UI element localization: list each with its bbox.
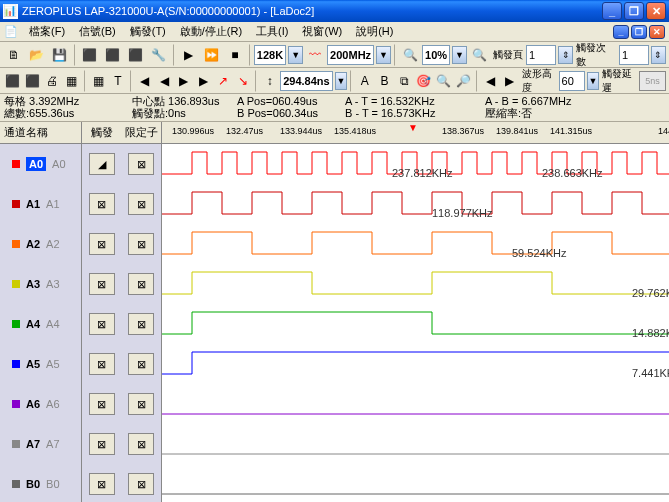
nav3-icon[interactable]: ▶ xyxy=(175,70,194,92)
chevron-down-icon[interactable]: ▼ xyxy=(452,46,467,64)
channel-row[interactable]: A7A7 xyxy=(0,424,81,464)
find2-icon[interactable]: 🔎 xyxy=(454,70,473,92)
edge2-icon[interactable]: ↘ xyxy=(234,70,253,92)
goto-icon[interactable]: 🎯 xyxy=(415,70,434,92)
channel-name: A1 xyxy=(26,198,40,210)
height-input[interactable]: 60 xyxy=(559,71,585,91)
zoom-icon[interactable]: 🔍 xyxy=(399,44,421,66)
chevron-down-icon[interactable]: ▼ xyxy=(288,46,303,64)
filter-button[interactable]: ⊠ xyxy=(128,193,154,215)
filter-button[interactable]: ⊠ xyxy=(128,433,154,455)
chevron-down-icon[interactable]: ▼ xyxy=(587,72,600,90)
spinner-icon[interactable]: ⇕ xyxy=(651,46,666,64)
doc-close-button[interactable]: ✕ xyxy=(649,25,665,39)
stop-icon[interactable]: ■ xyxy=(224,44,246,66)
menu-window[interactable]: 視窗(W) xyxy=(295,22,349,41)
channel-row[interactable]: B0B0 xyxy=(0,464,81,502)
channel-sub: A1 xyxy=(46,198,59,210)
channel-row[interactable]: A3A3 xyxy=(0,264,81,304)
trigger-button[interactable]: ⊠ xyxy=(89,233,115,255)
trig-count-label: 觸發次數 xyxy=(576,41,616,69)
depth-combo[interactable]: 128K xyxy=(254,45,286,65)
grid-icon[interactable]: ▦ xyxy=(89,70,108,92)
zoom-combo[interactable]: 10% xyxy=(422,45,450,65)
filter-button[interactable]: ⊠ xyxy=(128,273,154,295)
open-icon[interactable]: 📂 xyxy=(26,44,48,66)
channel-color-icon xyxy=(12,240,20,248)
marker-a-icon[interactable]: A xyxy=(355,70,374,92)
group-icon[interactable]: ⬛ xyxy=(125,44,147,66)
trigger-button[interactable]: ⊠ xyxy=(89,353,115,375)
trig-page-input[interactable]: 1 xyxy=(526,45,556,65)
zoom-in-icon[interactable]: 🔍 xyxy=(468,44,490,66)
ruler-tick: 144.2 xyxy=(658,126,669,136)
freq-combo[interactable]: 200MHz xyxy=(327,45,374,65)
nav2-icon[interactable]: ◀ xyxy=(155,70,174,92)
edge1-icon[interactable]: ↗ xyxy=(214,70,233,92)
rate-display[interactable]: 294.84ns xyxy=(280,71,332,91)
menu-file[interactable]: 檔案(F) xyxy=(22,22,72,41)
bpos-info: B Pos=060.34us xyxy=(237,107,337,119)
maximize-button[interactable]: ❐ xyxy=(624,2,644,20)
prop-icon[interactable]: 🔧 xyxy=(148,44,170,66)
filter-button[interactable]: ⊠ xyxy=(128,353,154,375)
menu-help[interactable]: 說明(H) xyxy=(349,22,400,41)
channel-icon[interactable]: ⬛ xyxy=(79,44,101,66)
filter-button[interactable]: ⊠ xyxy=(128,393,154,415)
channel-row[interactable]: A6A6 xyxy=(0,384,81,424)
trigger-button[interactable]: ◢ xyxy=(89,153,115,175)
trigger-button[interactable]: ⊠ xyxy=(89,313,115,335)
color2-icon[interactable]: ⬛ xyxy=(23,70,42,92)
menu-signal[interactable]: 信號(B) xyxy=(72,22,123,41)
channel-row[interactable]: A4A4 xyxy=(0,304,81,344)
view1-icon[interactable]: ▦ xyxy=(62,70,81,92)
marker-b-icon[interactable]: B xyxy=(375,70,394,92)
nav1-icon[interactable]: ◀ xyxy=(135,70,154,92)
delay-5ns-button[interactable]: 5ns xyxy=(639,71,666,91)
marker-ab-icon[interactable]: ⧉ xyxy=(395,70,414,92)
trigger-button[interactable]: ⊠ xyxy=(89,193,115,215)
trig-page-label: 觸發頁 xyxy=(493,48,523,62)
fwd-icon[interactable]: ⏩ xyxy=(201,44,223,66)
print-icon[interactable]: 🖨 xyxy=(42,70,61,92)
play-icon[interactable]: ▶ xyxy=(178,44,200,66)
total-info: 總數:655.36us xyxy=(4,107,124,119)
sample-icon[interactable]: ⬛ xyxy=(102,44,124,66)
close-button[interactable]: ✕ xyxy=(646,2,666,20)
chevron-down-icon[interactable]: ▼ xyxy=(376,46,391,64)
channel-row[interactable]: A1A1 xyxy=(0,184,81,224)
channel-row[interactable]: A0A0 xyxy=(0,144,81,184)
color1-icon[interactable]: ⬛ xyxy=(3,70,22,92)
spinner-icon[interactable]: ⇕ xyxy=(558,46,573,64)
save-icon[interactable]: 💾 xyxy=(49,44,71,66)
nav4-icon[interactable]: ▶ xyxy=(194,70,213,92)
doc-min-button[interactable]: _ xyxy=(613,25,629,39)
filter-button[interactable]: ⊠ xyxy=(128,153,154,175)
chevron-down-icon[interactable]: ▼ xyxy=(335,72,348,90)
text-icon[interactable]: T xyxy=(109,70,128,92)
trigger-button[interactable]: ⊠ xyxy=(89,473,115,495)
waveform-area[interactable]: 130.996us132.47us133.944us135.418us138.3… xyxy=(162,122,669,502)
menu-tools[interactable]: 工具(I) xyxy=(249,22,295,41)
cursor-icon[interactable]: ↕ xyxy=(260,70,279,92)
channel-sub: A3 xyxy=(46,278,59,290)
prev-icon[interactable]: ◀ xyxy=(481,70,500,92)
trig-count-input[interactable]: 1 xyxy=(619,45,649,65)
doc-max-button[interactable]: ❐ xyxy=(631,25,647,39)
next-icon[interactable]: ▶ xyxy=(500,70,519,92)
filter-button[interactable]: ⊠ xyxy=(128,233,154,255)
channel-row[interactable]: A2A2 xyxy=(0,224,81,264)
trigger-button[interactable]: ⊠ xyxy=(89,273,115,295)
menu-run[interactable]: 啟動/停止(R) xyxy=(173,22,249,41)
trigger-button[interactable]: ⊠ xyxy=(89,393,115,415)
trigger-button[interactable]: ⊠ xyxy=(89,433,115,455)
menu-trigger[interactable]: 觸發(T) xyxy=(123,22,173,41)
find-icon[interactable]: 🔍 xyxy=(434,70,453,92)
channel-sub: A4 xyxy=(46,318,59,330)
ruler-tick: 138.367us xyxy=(442,126,484,136)
minimize-button[interactable]: _ xyxy=(602,2,622,20)
new-icon[interactable]: 🗎 xyxy=(3,44,25,66)
filter-button[interactable]: ⊠ xyxy=(128,313,154,335)
filter-button[interactable]: ⊠ xyxy=(128,473,154,495)
channel-row[interactable]: A5A5 xyxy=(0,344,81,384)
